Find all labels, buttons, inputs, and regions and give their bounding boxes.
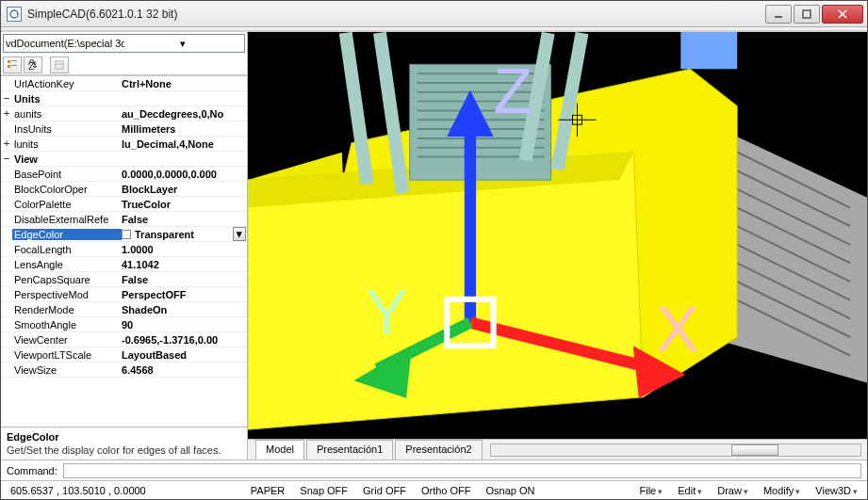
- axis-gizmo: Z X Y: [248, 32, 867, 439]
- status-menu[interactable]: View3D▾: [811, 485, 861, 496]
- property-row[interactable]: SmoothAngle90: [1, 317, 247, 332]
- layout-tab[interactable]: Presentación2: [395, 440, 482, 460]
- property-grid[interactable]: UrlActionKeyCtrl+None−Units+aunitsau_Dec…: [1, 75, 247, 427]
- document-combo[interactable]: vdDocument(E:\special 3d drawings\bulldo…: [3, 34, 245, 53]
- property-help: EdgeColor Get/Set the display color for …: [1, 427, 247, 460]
- layout-tab[interactable]: Model: [255, 440, 304, 460]
- property-row[interactable]: PerspectiveModPerspectOFF: [1, 287, 247, 302]
- property-value[interactable]: ShadeOn: [122, 304, 247, 315]
- property-row[interactable]: ViewSize6.4568: [1, 363, 247, 378]
- main-area: Z X Y ModelPresentación1Presentación2: [248, 32, 867, 460]
- maximize-button[interactable]: [794, 5, 820, 24]
- svg-text:X: X: [656, 294, 698, 364]
- property-row[interactable]: +lunitslu_Decimal,4,None: [1, 137, 247, 152]
- svg-text:Y: Y: [366, 277, 408, 347]
- close-button[interactable]: [822, 5, 863, 24]
- property-key: InsUnits: [12, 123, 122, 135]
- property-value[interactable]: 90: [122, 319, 247, 331]
- command-input[interactable]: [63, 463, 861, 478]
- property-key: ColorPalette: [12, 199, 122, 210]
- property-value[interactable]: False: [122, 274, 247, 285]
- help-key: EdgeColor: [7, 431, 241, 443]
- status-toggle[interactable]: Snap OFF: [296, 485, 352, 496]
- property-value[interactable]: Millimeters: [122, 123, 247, 135]
- status-bar: 605.6537 , 103.5010 , 0.0000 PAPERSnap O…: [1, 480, 867, 499]
- status-toggle[interactable]: Grid OFF: [359, 485, 410, 496]
- expand-toggle[interactable]: −: [1, 92, 12, 105]
- svg-rect-8: [11, 65, 17, 66]
- property-value[interactable]: au_Decdegrees,0,No: [122, 108, 247, 120]
- status-toggle[interactable]: Osnap ON: [482, 485, 538, 496]
- property-key: BasePoint: [12, 169, 122, 180]
- property-row[interactable]: ColorPaletteTrueColor: [1, 197, 247, 212]
- property-row[interactable]: InsUnitsMillimeters: [1, 121, 247, 137]
- property-value[interactable]: False: [122, 214, 247, 225]
- svg-marker-52: [354, 346, 413, 398]
- property-pages-button[interactable]: [50, 56, 69, 73]
- status-menu[interactable]: Draw▾: [713, 485, 752, 496]
- property-value[interactable]: Ctrl+None: [122, 78, 247, 89]
- property-row[interactable]: BasePoint0.0000,0.0000,0.000: [1, 167, 247, 182]
- property-row[interactable]: −Units: [1, 91, 247, 106]
- property-row[interactable]: −View: [1, 152, 247, 167]
- property-value[interactable]: TrueColor: [122, 199, 247, 210]
- property-row[interactable]: UrlActionKeyCtrl+None: [1, 76, 247, 91]
- status-toggle[interactable]: Ortho OFF: [418, 485, 475, 496]
- property-row[interactable]: ViewportLTScaleLayoutBased: [1, 347, 247, 363]
- property-row[interactable]: +aunitsau_Decdegrees,0,No: [1, 106, 247, 121]
- hscrollbar[interactable]: [490, 444, 861, 457]
- alphabetical-button[interactable]: AZ: [24, 56, 42, 73]
- property-value[interactable]: 6.4568: [122, 364, 247, 376]
- status-menu[interactable]: Edit▾: [674, 485, 706, 496]
- property-value[interactable]: 41.1042: [122, 259, 247, 270]
- property-value[interactable]: Transparent▾: [122, 227, 247, 241]
- property-value[interactable]: PerspectOFF: [122, 289, 247, 300]
- propgrid-toolbar: AZ: [1, 55, 247, 75]
- status-toggle[interactable]: PAPER: [247, 485, 288, 496]
- property-key: EdgeColor: [12, 229, 122, 240]
- svg-rect-5: [8, 60, 10, 63]
- svg-rect-11: [56, 61, 63, 69]
- property-row[interactable]: FocalLength1.0000: [1, 242, 247, 257]
- property-key: ViewportLTScale: [12, 349, 122, 361]
- status-menu[interactable]: Modify▾: [760, 485, 804, 496]
- property-key: RenderMode: [12, 304, 122, 315]
- property-row[interactable]: ViewCenter-0.6965,-1.3716,0.00: [1, 332, 247, 347]
- command-bar: Command:: [1, 460, 867, 480]
- property-key: LensAngle: [12, 259, 122, 270]
- property-key: UrlActionKey: [12, 78, 122, 89]
- 3d-viewport[interactable]: Z X Y: [248, 32, 867, 439]
- property-value[interactable]: lu_Decimal,4,None: [122, 138, 247, 150]
- property-row[interactable]: EdgeColorTransparent▾: [1, 227, 247, 242]
- client-area: vdDocument(E:\special 3d drawings\bulldo…: [1, 31, 867, 460]
- property-row[interactable]: DisableExternalRefeFalse: [1, 212, 247, 227]
- chevron-down-icon[interactable]: ▾: [233, 227, 246, 241]
- properties-panel: vdDocument(E:\special 3d drawings\bulldo…: [1, 32, 248, 460]
- app-icon: [7, 7, 22, 22]
- property-value[interactable]: LayoutBased: [122, 349, 247, 361]
- status-menu[interactable]: File▾: [636, 485, 667, 496]
- property-value[interactable]: 0.0000,0.0000,0.000: [122, 169, 247, 180]
- expand-toggle[interactable]: +: [1, 107, 12, 120]
- property-row[interactable]: BlockColorOperBlockLayer: [1, 182, 247, 197]
- property-row[interactable]: PenCapsSquareFalse: [1, 272, 247, 287]
- expand-toggle[interactable]: +: [1, 137, 12, 150]
- chevron-down-icon: ▾: [124, 38, 243, 50]
- property-value[interactable]: BlockLayer: [122, 184, 247, 195]
- svg-rect-6: [11, 60, 17, 61]
- svg-line-49: [470, 323, 656, 369]
- property-row[interactable]: LensAngle41.1042: [1, 257, 247, 272]
- layout-tab[interactable]: Presentación1: [306, 440, 393, 460]
- property-key: DisableExternalRefe: [12, 214, 122, 225]
- hscroll-thumb[interactable]: [731, 444, 778, 456]
- property-value[interactable]: -0.6965,-1.3716,0.00: [122, 334, 247, 346]
- minimize-button[interactable]: [765, 5, 792, 24]
- help-desc: Get/Set the display color for edges of a…: [7, 444, 241, 456]
- property-key: Units: [12, 93, 122, 105]
- property-row[interactable]: RenderModeShadeOn: [1, 302, 247, 317]
- categorized-button[interactable]: [3, 56, 22, 73]
- property-value[interactable]: 1.0000: [122, 244, 247, 255]
- property-key: ViewSize: [12, 364, 122, 376]
- property-key: PenCapsSquare: [12, 274, 122, 285]
- expand-toggle[interactable]: −: [1, 153, 12, 165]
